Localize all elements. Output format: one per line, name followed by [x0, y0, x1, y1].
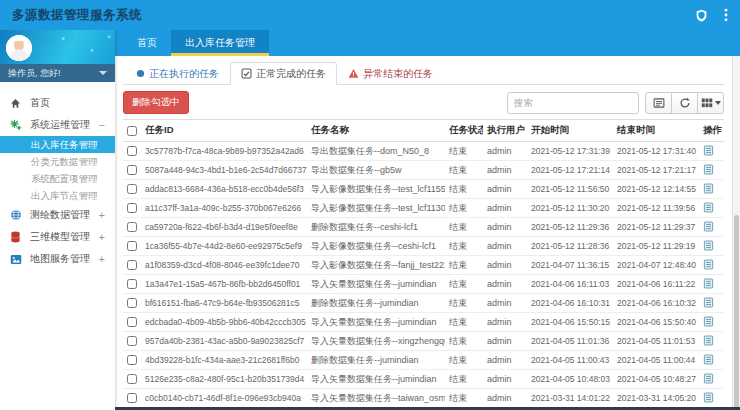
- task-detail-icon: [703, 354, 714, 365]
- cell-name: 导入影像数据集任务--ceshi-lcf1: [307, 237, 445, 256]
- cell-id: c0cb0140-cb71-46df-8f1e-096e93cb940a: [141, 389, 307, 408]
- select-all-checkbox[interactable]: [127, 126, 137, 136]
- cell-status: 结束: [445, 237, 483, 256]
- cell-time: 2021-05-12 12:14:55: [613, 180, 699, 199]
- row-checkbox[interactable]: [127, 146, 137, 156]
- table-row: bf616151-fba6-47c9-b64e-fb93506281c5删除数据…: [123, 294, 724, 313]
- row-checkbox[interactable]: [127, 298, 137, 308]
- cell-name: 删除数据集任务--jumindian: [307, 351, 445, 370]
- row-checkbox[interactable]: [127, 241, 137, 251]
- cell-user: admin: [483, 370, 527, 389]
- page-tab-0[interactable]: 首页: [123, 30, 171, 56]
- task-operation-button[interactable]: [703, 145, 714, 156]
- row-operation-cell: [699, 313, 724, 332]
- row-checkbox[interactable]: [127, 203, 137, 213]
- vertical-scrollbar[interactable]: [732, 56, 740, 410]
- user-greeting[interactable]: 操作员, 您好!: [0, 64, 115, 82]
- refresh-icon: [679, 97, 691, 109]
- row-select-cell: [123, 389, 141, 408]
- task-operation-button[interactable]: [703, 392, 714, 403]
- cell-status: 结束: [445, 199, 483, 218]
- cell-time: 2021-04-06 16:10:31: [527, 294, 613, 313]
- subtab-label: 正在执行的任务: [149, 67, 219, 81]
- row-checkbox[interactable]: [127, 279, 137, 289]
- refresh-button[interactable]: [671, 92, 698, 114]
- scrollbar-thumb[interactable]: [734, 215, 739, 408]
- cell-time: 2021-04-06 15:50:15: [527, 313, 613, 332]
- row-checkbox[interactable]: [127, 184, 137, 194]
- warning-icon: [348, 68, 359, 79]
- sidebar-item-survey-data[interactable]: 测绘数据管理+: [0, 204, 115, 226]
- sidebar-item-home[interactable]: 首页: [0, 92, 115, 114]
- cell-time: 2021-05-12 17:21:14: [527, 161, 613, 180]
- sidebar-item-map-service[interactable]: 地图服务管理+: [0, 248, 115, 270]
- row-checkbox[interactable]: [127, 393, 137, 403]
- task-operation-button[interactable]: [703, 221, 714, 232]
- shield-icon: [695, 9, 708, 22]
- cell-id: 4bd39228-b1fc-434a-aae3-21c2681ff6b0: [141, 351, 307, 370]
- row-checkbox[interactable]: [127, 374, 137, 384]
- task-operation-button[interactable]: [703, 316, 714, 327]
- table-row: 5087a448-94c3-4bd1-b1e6-2c54d7d66737导出数据…: [123, 161, 724, 180]
- cell-time: 2021-04-06 16:11:22: [613, 275, 699, 294]
- sidebar-subitem[interactable]: 出入库节点管理: [0, 187, 115, 204]
- search-input[interactable]: [507, 92, 639, 114]
- cell-status: 结束: [445, 313, 483, 332]
- task-operation-button[interactable]: [703, 202, 714, 213]
- task-operation-button[interactable]: [703, 335, 714, 346]
- row-checkbox[interactable]: [127, 355, 137, 365]
- row-operation-cell: [699, 237, 724, 256]
- cell-time: 2021-04-05 11:00:43: [527, 351, 613, 370]
- table-tool-buttons: [645, 92, 724, 114]
- row-checkbox[interactable]: [127, 165, 137, 175]
- row-checkbox[interactable]: [127, 317, 137, 327]
- sidebar-item-system-ops[interactable]: 系统运维管理−: [0, 114, 115, 136]
- task-operation-button[interactable]: [703, 354, 714, 365]
- collapse-icon[interactable]: −: [99, 120, 105, 131]
- task-operation-button[interactable]: [703, 240, 714, 251]
- task-operation-button[interactable]: [703, 183, 714, 194]
- cell-status: 结束: [445, 370, 483, 389]
- sidebar-item-model-3d[interactable]: 三维模型管理+: [0, 226, 115, 248]
- sidebar-subitem[interactable]: 系统配置项管理: [0, 170, 115, 187]
- shield-button[interactable]: [695, 9, 708, 22]
- running-dot-icon: [136, 69, 145, 78]
- expand-icon[interactable]: +: [99, 254, 105, 265]
- delete-selected-button[interactable]: 删除勾选中: [123, 91, 189, 114]
- table-row: edcbada0-4b09-4b5b-9bb6-40b42cccb305导入矢量…: [123, 313, 724, 332]
- task-operation-button[interactable]: [703, 278, 714, 289]
- subtab-1[interactable]: 正常完成的任务: [230, 62, 337, 85]
- row-operation-cell: [699, 389, 724, 408]
- subtab-0[interactable]: 正在执行的任务: [125, 62, 230, 85]
- task-table-head: 任务ID任务名称任务状态执行用户开始时间结束时间操作: [123, 120, 724, 142]
- task-detail-icon: [703, 145, 714, 156]
- row-checkbox[interactable]: [127, 336, 137, 346]
- task-operation-button[interactable]: [703, 164, 714, 175]
- table-row: 3c57787b-f7ca-48ca-9b89-b97352a42ad6导出数据…: [123, 142, 724, 161]
- column-header: 执行用户: [483, 120, 527, 142]
- row-checkbox[interactable]: [127, 222, 137, 232]
- chevron-down-icon: [99, 71, 107, 75]
- sidebar-subitem[interactable]: 分类元数据管理: [0, 153, 115, 170]
- task-operation-button[interactable]: [703, 297, 714, 308]
- task-operation-button[interactable]: [703, 373, 714, 384]
- column-header: 操作: [699, 120, 724, 142]
- sidebar-item-label: 测绘数据管理: [30, 208, 90, 222]
- avatar[interactable]: [6, 35, 32, 61]
- cell-time: 2021-03-31 14:01:22: [527, 389, 613, 408]
- subtab-2[interactable]: 异常结束的任务: [337, 62, 444, 85]
- expand-icon[interactable]: +: [99, 232, 105, 243]
- task-operation-button[interactable]: [703, 259, 714, 270]
- table-row: a11c37ff-3a1a-409c-b255-370b067e6266导入影像…: [123, 199, 724, 218]
- sidebar-subitem[interactable]: 出入库任务管理: [0, 136, 115, 153]
- page-tab-1[interactable]: 出入库任务管理: [171, 30, 269, 56]
- sidebar-item-label: 地图服务管理: [30, 252, 90, 266]
- more-menu-button[interactable]: [724, 8, 728, 22]
- table-row: 5126e235-c8a2-480f-95c1-b20b351739d4导入矢量…: [123, 370, 724, 389]
- toggle-view-button[interactable]: [645, 92, 672, 114]
- cell-user: admin: [483, 313, 527, 332]
- columns-button[interactable]: [697, 92, 724, 114]
- cell-status: 结束: [445, 161, 483, 180]
- expand-icon[interactable]: +: [99, 210, 105, 221]
- row-checkbox[interactable]: [127, 260, 137, 270]
